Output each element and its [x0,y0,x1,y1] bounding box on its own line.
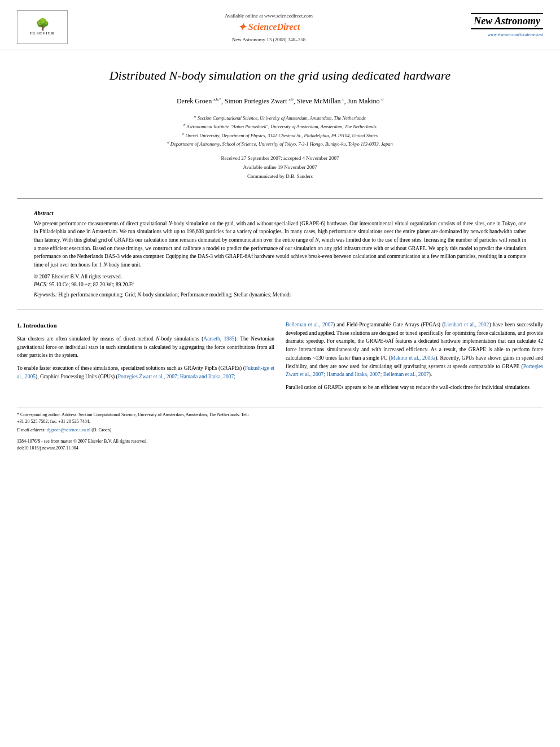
page: 🌳 ELSEVIER Available online at www.scien… [0,0,560,747]
affiliations: a Section Computational Science, Univers… [34,113,526,148]
intro-para4: Parallelization of GRAPEs appears to be … [286,383,543,392]
title-rule [17,198,543,199]
ref-portegies2007b: Portegies Zwart et al., 2007; Hamada and… [286,364,543,378]
affiliation-b: b Astronomical Institute "Anton Pannekoe… [34,122,526,130]
new-astronomy-logo: New Astronomy [471,13,543,29]
elsevier-tree-icon: 🌳 [36,19,50,30]
available-date: Available online 19 November 2007 [34,163,526,172]
abstract-section: Abstract We present performance measurem… [0,204,560,303]
ref-lienhart: Lienhart et al., 2002 [444,322,489,327]
footnote-columns: * Corresponding author. Address: Section… [17,412,543,452]
right-column: Belleman et al., 2007) and Field-Program… [286,321,543,396]
keywords-line: Keywords: High-performance computing; Gr… [34,292,526,298]
body-content: 1. Introduction Star clusters are often … [0,315,560,402]
sciencedirect-icon: ✦ [238,21,246,33]
affiliation-d: d Department of Astronomy, School of Sci… [34,139,526,148]
communicated-by: Communicated by D.B. Sanders [34,172,526,181]
footnote-wrapper: * Corresponding author. Address: Section… [0,408,560,452]
journal-url: www.elsevier.com/locate/newast [453,32,543,37]
left-column: 1. Introduction Star clusters are often … [17,321,274,396]
header-center: Available online at www.sciencedirect.co… [85,10,453,42]
paper-title: Distributed N-body simulation on the gri… [34,67,526,85]
copyright: © 2007 Elsevier B.V. All rights reserved… [34,274,526,279]
ref-aarseth: Aarseth, 1985 [203,336,234,342]
header-left: 🌳 ELSEVIER [17,10,85,44]
footnote-corresponding: * Corresponding author. Address: Section… [17,412,253,425]
dates: Received 27 September 2007; accepted 4 N… [34,154,526,181]
journal-info: New Astronomy 13 (2008) 348–358 [85,37,453,42]
sciencedirect-logo: ✦ ScienceDirect [238,21,300,33]
pacs-line: PACS: 95.10.Ce; 98.10.+z; 82.20.Wt; 89.2… [34,282,526,287]
title-section: Distributed N-body simulation on the gri… [0,50,560,193]
ref-portegies2007: Portegies Zwart et al., 2007; Hamada and… [118,374,235,379]
intro-para2: To enable faster execution of these simu… [17,364,274,381]
footnote-rule [17,408,543,408]
affiliation-a: a Section Computational Science, Univers… [34,113,526,122]
header: 🌳 ELSEVIER Available online at www.scien… [0,0,560,50]
section1-title: 1. Introduction [17,321,274,330]
footnote-left: * Corresponding author. Address: Section… [17,412,253,452]
ref-belleman: Belleman et al., 2007 [286,322,333,327]
header-right: New Astronomy www.elsevier.com/locate/ne… [453,10,543,37]
received-date: Received 27 September 2007; accepted 4 N… [34,154,526,163]
abstract-text: We present performance measurements of d… [34,220,526,269]
abstract-title: Abstract [34,210,526,216]
intro-para1: Star clusters are often simulated by mea… [17,335,274,360]
ref-makino2003a: Makino et al., 2003a [391,355,435,361]
footnote-doi: doi:10.1016/j.newast.2007.11.004 [17,445,253,452]
sciencedirect-label: ScienceDirect [248,22,300,32]
intro-para3: Belleman et al., 2007) and Field-Program… [286,321,543,379]
elsevier-logo: 🌳 ELSEVIER [17,10,68,44]
footnote-issn: 1384-1076/$ - see front matter © 2007 El… [17,438,253,445]
email-link: djgroen@science.uva.nl [47,427,90,433]
footnote-email: E-mail address: djgroen@science.uva.nl (… [17,427,253,434]
authors: Derek Groen a,b,*, Simon Portegies Zwart… [34,96,526,107]
available-online-text: Available online at www.sciencedirect.co… [85,13,453,19]
elsevier-text: ELSEVIER [30,31,54,36]
abstract-rule [17,309,543,309]
affiliation-c: c Drexel University, Department of Physi… [34,131,526,139]
new-astronomy-label: New Astronomy [474,15,540,27]
